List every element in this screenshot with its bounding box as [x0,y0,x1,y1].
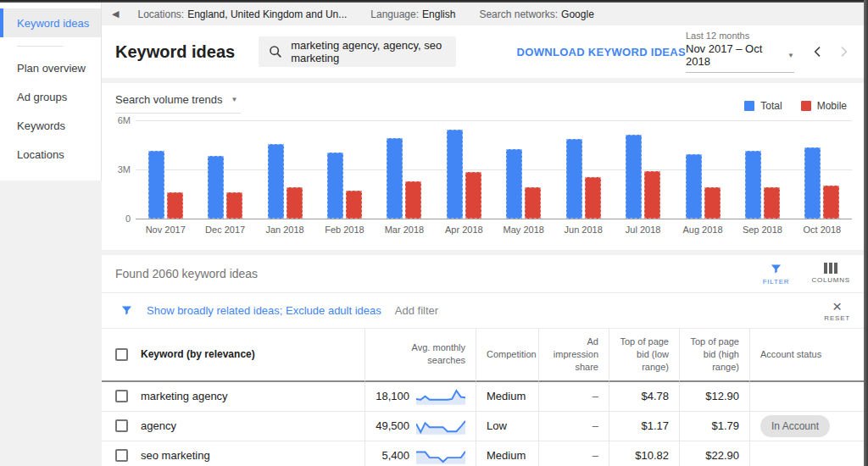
bar-mobile [644,171,660,219]
bar-total [686,154,702,219]
plan-setting-locations[interactable]: Locations:England, United Kingdom and Un… [137,8,347,20]
sidebar-item-keywords[interactable]: Keywords [0,111,101,140]
x-axis-label: Nov 2017 [136,225,195,235]
ad-impression-share-value: – [593,419,598,432]
sidebar-divider [17,46,63,47]
top-bid-low-cell: $10.82 [609,441,679,466]
legend-swatch-icon [744,101,754,111]
legend-label: Mobile [817,100,847,112]
avg-monthly-searches-cell: 18,100 [364,382,476,412]
bar-total [506,149,522,219]
bar-total [148,151,164,219]
competition-cell: Medium [476,382,538,412]
avg-searches-value: 49,500 [376,419,409,432]
bar-total [327,153,343,219]
download-keyword-ideas-link[interactable]: DOWNLOAD KEYWORD IDEAS [517,46,686,58]
top-bid-high-cell: $22.90 [679,441,749,466]
row-checkbox[interactable] [115,419,128,432]
x-axis-label: Apr 2018 [434,225,493,235]
date-next-button[interactable] [837,45,850,58]
setting-label: Language: [370,8,419,20]
columns-button-label: COLUMNS [811,276,850,284]
active-filters-bar: Show broadly related ideas; Exclude adul… [102,293,864,329]
sidebar-item-keyword-ideas[interactable]: Keyword ideas [0,8,101,37]
bar-total [626,135,642,219]
chart-legend: TotalMobile [744,100,852,114]
reset-filters-button[interactable]: × RESET [824,300,850,322]
bar-groups [136,120,852,219]
setting-label: Locations: [137,8,184,20]
plan-setting-search-networks[interactable]: Search networks:Google [479,8,593,20]
bar-mobile [764,187,780,219]
plan-settings-topbar: ◀ Locations:England, United Kingdom and … [102,3,864,25]
top-bid-low-cell: $4.78 [609,382,679,412]
bar-mobile [704,187,721,219]
ad-impression-share-cell: – [538,441,609,466]
y-axis-tick: 3M [114,164,131,175]
chart-dropdown-label: Search volume trends [115,93,222,106]
top-bid-high-cell: $1.79 [679,412,749,441]
column-header-2: Competition [476,329,538,382]
sidebar-item-plan-overview[interactable]: Plan overview [0,53,101,82]
top-bid-high-cell: $12.90 [679,382,749,412]
setting-value: Google [561,8,594,20]
filter-button[interactable]: FILTER [763,263,790,286]
search-query-text: marketing agency, agency, seo marketing [291,39,445,64]
search-icon [269,45,282,58]
keyword-search-box[interactable]: marketing agency, agency, seo marketing [259,36,455,67]
search-trend-sparkline [416,415,465,437]
x-axis-label: May 2018 [494,225,554,235]
keyword-cell: marketing agency [102,382,364,412]
competition-cell: Low [476,412,538,441]
chart-type-dropdown[interactable]: Search volume trends ▼ [115,93,241,114]
chart-bar-group [434,120,493,219]
ad-impression-share-value: – [593,449,598,462]
chart-bar-group [793,120,852,219]
account-status-cell [749,441,864,466]
setting-label: Search networks: [479,8,558,20]
plan-setting-language[interactable]: Language:English [370,8,455,20]
column-header-1: Avg. monthly searches [364,329,476,382]
date-prev-button[interactable] [811,45,825,58]
header-panel: Keyword ideas marketing agency, agency, … [102,25,864,78]
x-axis-label: Jan 2018 [255,225,314,235]
keyword-text: seo marketing [141,449,210,462]
account-status-cell [749,382,864,412]
bar-chart-plot: 6M 3M 0 [136,120,852,219]
chart-bar-group [613,120,672,219]
select-all-checkbox[interactable] [115,348,128,361]
x-axis-label: Feb 2018 [314,225,374,235]
column-header-6: Account status [749,329,864,382]
avg-searches-value: 18,100 [376,390,409,402]
reset-label: RESET [824,314,850,322]
keyword-cell: agency [102,412,364,441]
ad-impression-share-cell: – [538,382,609,412]
y-axis-tick: 0 [114,214,131,224]
column-header-0: Keyword (by relevance) [102,329,364,382]
avg-monthly-searches-cell: 49,500 [364,412,476,441]
caret-down-icon: ▼ [787,52,794,59]
x-axis-label: Mar 2018 [375,225,434,235]
columns-button[interactable]: COLUMNS [811,263,850,286]
chart-bar-group [255,120,314,219]
legend-label: Total [760,100,782,112]
add-filter-button[interactable]: Add filter [395,304,438,317]
back-icon[interactable]: ◀ [112,8,119,19]
bar-total [268,144,284,219]
bar-mobile [823,186,839,219]
setting-value: English [422,8,455,20]
bar-mobile [167,192,183,219]
row-checkbox[interactable] [115,390,128,402]
filter-button-label: FILTER [763,278,790,286]
date-range-selector[interactable]: Last 12 months Nov 2017 – Oct 2018 ▼ [686,31,794,73]
sidebar-nav: Keyword ideasPlan overviewAd groupsKeywo… [0,3,102,180]
sidebar-item-locations[interactable]: Locations [0,140,101,169]
top-bid-low-cell: $1.17 [609,412,679,441]
bar-mobile [226,192,242,219]
active-filter-chips[interactable]: Show broadly related ideas; Exclude adul… [147,304,381,317]
row-checkbox[interactable] [115,449,128,462]
x-axis-label: Dec 2017 [195,225,254,235]
bar-mobile [585,177,601,219]
sidebar-item-ad-groups[interactable]: Ad groups [0,82,101,111]
chart-bar-group [494,120,554,219]
